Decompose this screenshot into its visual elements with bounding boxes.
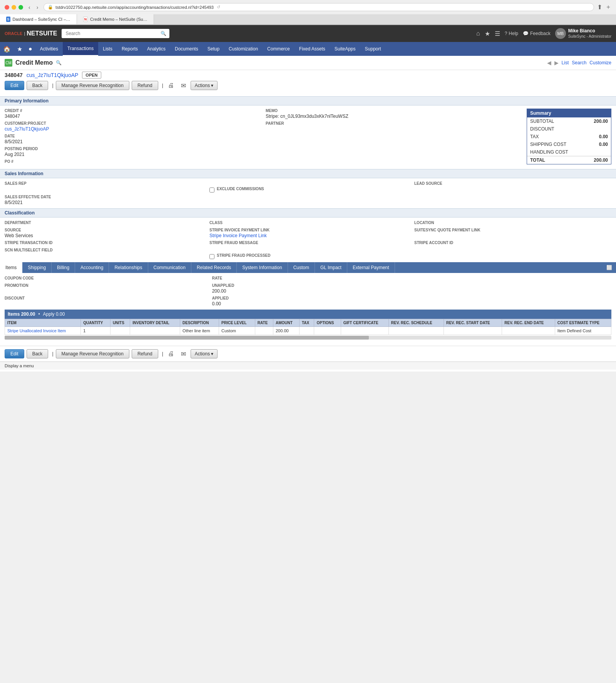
- maximize-dot[interactable]: [18, 5, 23, 10]
- bottom-manage-revenue-button[interactable]: Manage Revenue Recognition: [56, 349, 129, 358]
- discount-applied-row: DISCOUNT APPLIED 0.00: [5, 296, 611, 306]
- nav-setup[interactable]: Setup: [203, 42, 224, 56]
- tab-expand-icon[interactable]: ⬜: [603, 262, 616, 273]
- stripe-fraud-processed-checkbox[interactable]: [209, 254, 214, 259]
- nav-fixed-assets[interactable]: Fixed Assets: [295, 42, 330, 56]
- share-button[interactable]: ⬆: [597, 3, 602, 11]
- browser-tab-1[interactable]: S Dashboard – SuiteSync CI – Stripe [Tes…: [0, 14, 77, 24]
- nav-reports[interactable]: Reports: [117, 42, 142, 56]
- coupon-code-label: COUPON CODE: [5, 276, 197, 280]
- nav-bar: 🏠 ★ ● Activities Transactions Lists Repo…: [0, 42, 616, 56]
- favorites-icon[interactable]: ★: [485, 30, 490, 37]
- bottom-refund-button[interactable]: Refund: [132, 349, 158, 358]
- minimize-dot[interactable]: [12, 5, 16, 10]
- nav-star-icon[interactable]: ★: [14, 42, 25, 56]
- tab-shipping[interactable]: Shipping: [22, 262, 52, 273]
- nav-commerce[interactable]: Commerce: [263, 42, 295, 56]
- nav-documents[interactable]: Documents: [170, 42, 203, 56]
- oracle-text: ORACLE: [5, 31, 22, 36]
- th-cost-estimate-type: COST ESTIMATE TYPE: [555, 319, 611, 327]
- apply-label: Apply 0.00: [43, 311, 65, 317]
- manage-revenue-button[interactable]: Manage Revenue Recognition: [56, 81, 129, 90]
- td-rate: [255, 327, 273, 335]
- refresh-icon[interactable]: ↺: [217, 5, 220, 10]
- primary-info-content: CREDIT # 348047 CUSTOMER:PROJECT cus_Jz7…: [0, 105, 616, 169]
- action-buttons: Edit Back | Manage Revenue Recognition R…: [5, 81, 611, 90]
- next-record-btn[interactable]: ▶: [554, 60, 559, 66]
- actions-button[interactable]: Actions ▾: [191, 81, 218, 90]
- exclude-commissions-checkbox[interactable]: [209, 187, 214, 193]
- tab-communication[interactable]: Communication: [148, 262, 191, 273]
- nav-circle-icon[interactable]: ●: [25, 42, 35, 56]
- th-item: ITEM: [5, 319, 81, 327]
- nav-customization[interactable]: Customization: [224, 42, 263, 56]
- nav-home-icon[interactable]: 🏠: [0, 42, 14, 56]
- customer-project-link[interactable]: cus_Jz7IuT1QkjuoAP: [5, 126, 49, 132]
- nav-activities[interactable]: Activities: [35, 42, 63, 56]
- lead-source-field: LEAD SOURCE: [414, 181, 611, 193]
- items-table-scroll[interactable]: ITEM QUANTITY UNITS INVENTORY DETAIL DES…: [5, 319, 611, 335]
- nav-support[interactable]: Support: [360, 42, 386, 56]
- promotion-label: PROMOTION: [5, 283, 197, 288]
- tab-items[interactable]: Items: [0, 262, 22, 273]
- prev-record-btn[interactable]: ◀: [547, 60, 551, 66]
- stripe-invoice-link[interactable]: Stripe Invoice Payment Link: [209, 233, 267, 238]
- search-link[interactable]: Search: [572, 60, 586, 65]
- feedback-button[interactable]: 💬 Feedback: [523, 31, 551, 36]
- print-button[interactable]: 🖨: [166, 81, 176, 90]
- list-link[interactable]: List: [562, 60, 569, 65]
- user-avatar: MB: [555, 28, 566, 39]
- td-rev-rec-start: [444, 327, 502, 335]
- tab-accounting[interactable]: Accounting: [75, 262, 109, 273]
- bottom-print-button[interactable]: 🖨: [166, 350, 176, 358]
- back-button[interactable]: Back: [27, 81, 49, 90]
- nav-transactions[interactable]: Transactions: [63, 42, 98, 56]
- nav-lists[interactable]: Lists: [98, 42, 117, 56]
- th-gift-certificate: GIFT CERTIFICATE: [341, 319, 388, 327]
- tab1-favicon: S: [6, 17, 10, 22]
- close-dot[interactable]: [5, 5, 9, 10]
- bottom-back-button[interactable]: Back: [27, 349, 49, 358]
- item-link[interactable]: Stripe Unallocated Invoice Item: [7, 328, 66, 333]
- nav-analytics[interactable]: Analytics: [142, 42, 170, 56]
- tab-relationships[interactable]: Relationships: [109, 262, 148, 273]
- browser-tab-2[interactable]: N Credit Memo – NetSuite (SuiteSync): [77, 14, 154, 24]
- customer-link[interactable]: cus_Jz7IuT1QkjuoAP: [27, 72, 79, 78]
- nav-menu-icon[interactable]: ☰: [495, 30, 500, 37]
- tab-system-information[interactable]: System Information: [237, 262, 288, 273]
- forward-button[interactable]: ›: [34, 3, 41, 11]
- edit-button[interactable]: Edit: [5, 81, 24, 90]
- bottom-actions-button[interactable]: Actions ▾: [191, 349, 218, 358]
- search-record-icon[interactable]: 🔍: [56, 60, 62, 65]
- home-nav-icon[interactable]: ⌂: [476, 30, 480, 37]
- th-quantity: QUANTITY: [81, 319, 110, 327]
- stripe-fraud-message-field: STRIPE FRAUD MESSAGE: [209, 241, 407, 246]
- help-icon[interactable]: ? Help: [505, 31, 518, 36]
- memo-label: MEMO: [266, 109, 519, 113]
- summary-row-subtotal: SUBTOTAL 200.00: [527, 117, 611, 125]
- tab-custom[interactable]: Custom: [288, 262, 315, 273]
- global-search[interactable]: 🔍: [62, 29, 169, 38]
- search-input[interactable]: [62, 29, 169, 38]
- nav-suiteapps[interactable]: SuiteApps: [330, 42, 360, 56]
- bottom-edit-button[interactable]: Edit: [5, 349, 24, 358]
- scrollbar-thumb: [5, 336, 369, 340]
- classification-row3: STRIPE TRANSACTION ID STRIPE FRAUD MESSA…: [5, 241, 611, 246]
- tab-external-payment[interactable]: External Payment: [347, 262, 395, 273]
- customize-link[interactable]: Customize: [589, 60, 611, 65]
- bottom-email-button[interactable]: ✉: [179, 350, 188, 358]
- tab-billing[interactable]: Billing: [52, 262, 75, 273]
- horizontal-scrollbar[interactable]: [5, 336, 611, 340]
- back-button[interactable]: ‹: [26, 3, 33, 11]
- tab-related-records[interactable]: Related Records: [191, 262, 237, 273]
- user-menu[interactable]: MB Mike Bianco SuiteSync - Administrator: [555, 28, 611, 39]
- items-summary: Items 200.00: [8, 311, 35, 317]
- sales-info-section-header: Sales Information: [0, 169, 616, 178]
- search-icon: 🔍: [161, 31, 166, 36]
- address-bar[interactable]: 🔒 tstdrv1022750.app.netsuite.com/app/acc…: [44, 3, 594, 11]
- new-tab-button[interactable]: ＋: [605, 3, 611, 11]
- tab-gl-impact[interactable]: GL Impact: [315, 262, 347, 273]
- email-button[interactable]: ✉: [179, 81, 188, 90]
- record-id-row: 348047 cus_Jz7IuT1QkjuoAP OPEN: [5, 72, 611, 79]
- refund-button[interactable]: Refund: [132, 81, 158, 90]
